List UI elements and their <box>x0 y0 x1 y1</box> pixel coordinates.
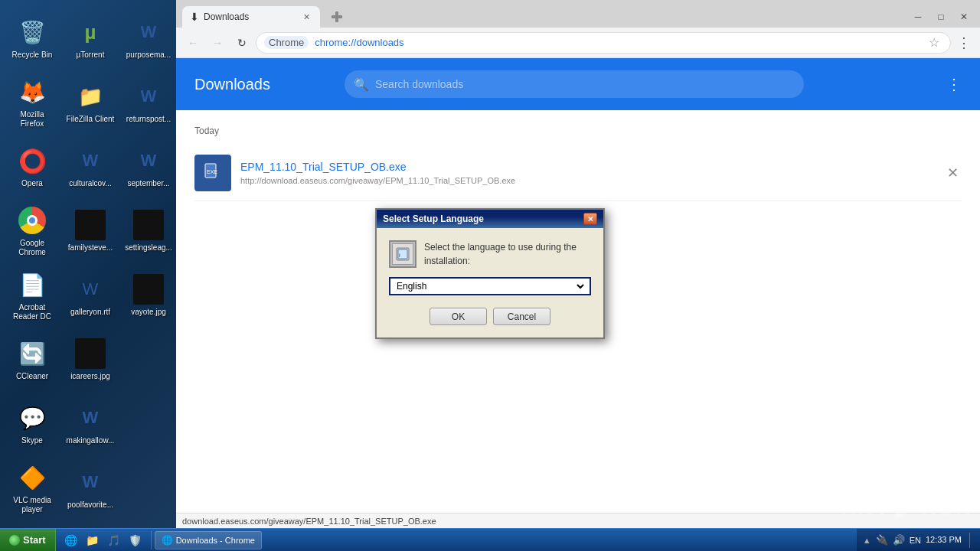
icareers-label: icareers.jpg <box>70 372 110 381</box>
url-bar[interactable]: Chrome chrome://downloads ☆ <box>256 32 951 54</box>
taskbar-chrome-item[interactable]: 🌐 Downloads - Chrome <box>155 531 262 549</box>
dialog-prompt: Select the language to use during the in… <box>424 240 591 268</box>
network-icon[interactable]: 🔌 <box>876 534 888 546</box>
desktop-icon-galleryon[interactable]: W galleryon.rtf <box>63 265 118 326</box>
skype-icon: 💬 <box>17 403 47 433</box>
taskbar-ie-icon[interactable]: 🌐 <box>62 531 80 549</box>
dialog-cancel-button[interactable]: Cancel <box>493 308 550 325</box>
icareers-icon <box>75 338 106 369</box>
download-info: EPM_11.10_Trial_SETUP_OB.exe http://down… <box>240 161 935 185</box>
desktop-icon-settingsleag[interactable]: settingsleag... <box>121 201 176 262</box>
desktop-icon-recycle-bin[interactable]: 🗑️ Recycle Bin <box>5 8 60 69</box>
ccleaner-label: CCleaner <box>16 372 48 381</box>
search-input[interactable] <box>375 78 795 90</box>
start-orb-icon <box>9 535 20 546</box>
desktop-icon-skype[interactable]: 💬 Skype <box>5 393 60 455</box>
forward-button[interactable]: → <box>207 32 228 54</box>
returnspost-label: returnspost... <box>126 115 171 124</box>
familysteve-label: familysteve... <box>68 243 113 253</box>
desktop-icon-returnspost[interactable]: W returnspost... <box>121 72 176 133</box>
system-tray: ▲ 🔌 🔊 EN 12:33 PM <box>857 529 980 551</box>
browser-menu-button[interactable]: ⋮ <box>954 31 974 54</box>
opera-icon: ⭕ <box>17 145 47 176</box>
desktop-icon-making-allow[interactable]: W makingallow... <box>63 393 118 455</box>
taskbar-media-icon[interactable]: 🎵 <box>105 531 123 549</box>
download-remove-button[interactable]: ✕ <box>944 161 962 184</box>
dialog-ok-button[interactable]: OK <box>430 308 487 325</box>
search-box[interactable]: 🔍 <box>345 70 804 98</box>
poolfavorite-label: poolfavorite... <box>67 500 113 510</box>
desktop-icon-opera[interactable]: ⭕ Opera <box>5 136 60 197</box>
maximize-button[interactable]: □ <box>931 9 951 24</box>
desktop-icon-utorrent[interactable]: µ µTorrent <box>63 8 118 69</box>
volume-icon[interactable]: 🔊 <box>893 534 905 546</box>
url-text: chrome://downloads <box>315 37 920 48</box>
show-desktop-button[interactable] <box>969 533 974 548</box>
desktop-icon-september[interactable]: W september... <box>121 136 176 197</box>
taskbar-items: 🌐 📁 🎵 🛡️ 🌐 Downloads - Chrome <box>56 529 857 551</box>
search-icon: 🔍 <box>354 77 369 92</box>
reload-button[interactable]: ↻ <box>231 32 253 54</box>
purposema-label: purposema... <box>126 51 171 60</box>
dialog-body: i Select the language to use during the … <box>377 228 603 337</box>
desktop-icon-acrobat[interactable]: 📄 Acrobat Reader DC <box>5 265 60 326</box>
chrome-icon <box>17 205 47 236</box>
poolfavorite-icon: W <box>75 467 106 497</box>
setup-icon-inner: i <box>392 243 413 265</box>
downloads-page-title: Downloads <box>194 76 332 93</box>
desktop-icon-vayote[interactable]: vayote.jpg <box>121 265 176 326</box>
taskbar-folder-icon[interactable]: 📁 <box>83 531 102 549</box>
download-url: http://download.easeus.com/giveaway/EPM_… <box>240 176 935 185</box>
taskbar-security-icon[interactable]: 🛡️ <box>126 531 145 549</box>
chrome-label: Google Chrome <box>8 239 57 257</box>
desktop-icon-ccleaner[interactable]: 🔄 CCleaner <box>5 329 60 390</box>
desktop: 🗑️ Recycle Bin 🦊 Mozilla Firefox ⭕ Opera… <box>0 0 176 528</box>
desktop-icon-poolfavorite[interactable]: W poolfavorite... <box>63 458 118 519</box>
september-label: september... <box>127 179 169 188</box>
settingsleag-label: settingsleag... <box>125 243 172 253</box>
close-button[interactable]: ✕ <box>954 9 974 24</box>
desktop-icon-familysteve[interactable]: familysteve... <box>63 201 118 262</box>
making-allow-icon: W <box>75 403 106 433</box>
download-file-icon: EXE <box>194 155 231 191</box>
vlc-label: VLC media player <box>8 496 57 514</box>
dialog-close-button[interactable]: ✕ <box>583 213 597 225</box>
download-item: EXE EPM_11.10_Trial_SETUP_OB.exe http://… <box>194 145 962 201</box>
vayote-icon <box>133 274 164 305</box>
minimize-button[interactable]: ─ <box>908 9 928 24</box>
bookmark-star-button[interactable]: ☆ <box>926 35 942 50</box>
back-button[interactable]: ← <box>182 32 204 54</box>
tab-close-button[interactable]: ✕ <box>300 11 312 23</box>
desktop-icon-firefox[interactable]: 🦊 Mozilla Firefox <box>5 72 60 133</box>
downloads-tab[interactable]: ⬇ Downloads ✕ <box>182 6 320 28</box>
language-select[interactable]: English French German Spanish Italian Po… <box>394 279 586 294</box>
making-allow-label: makingallow... <box>67 436 115 445</box>
language-dropdown[interactable]: English French German Spanish Italian Po… <box>389 277 591 295</box>
downloads-more-button[interactable]: ⋮ <box>946 75 962 93</box>
desktop-icon-purposema[interactable]: W purposema... <box>121 8 176 69</box>
select-language-dialog[interactable]: Select Setup Language ✕ i Select the lan… <box>375 208 605 339</box>
section-date: Today <box>194 126 962 136</box>
dialog-buttons: OK Cancel <box>389 308 591 325</box>
firefox-label: Mozilla Firefox <box>8 110 57 129</box>
desktop-icon-chrome[interactable]: Google Chrome <box>5 201 60 262</box>
url-scheme: Chrome <box>264 36 309 49</box>
desktop-icon-culturalcov[interactable]: W culturalcov... <box>63 136 118 197</box>
status-text: download.easeus.com/giveaway/EPM_11.10_T… <box>182 517 436 526</box>
start-button[interactable]: Start <box>0 529 56 551</box>
culturalcov-icon: W <box>75 145 106 176</box>
opera-label: Opera <box>21 179 43 188</box>
status-bar: download.easeus.com/giveaway/EPM_11.10_T… <box>176 513 980 528</box>
acrobat-icon: 📄 <box>17 269 47 300</box>
downloads-header: Downloads 🔍 ⋮ <box>176 58 980 110</box>
new-tab-button[interactable] <box>322 6 352 28</box>
desktop-icon-filezilla[interactable]: 📁 FileZilla Client <box>63 72 118 133</box>
desktop-icon-vlc[interactable]: 🔶 VLC media player <box>5 458 60 519</box>
taskbar: Start 🌐 📁 🎵 🛡️ 🌐 Downloads - Chrome ▲ 🔌 … <box>0 528 980 551</box>
download-filename: EPM_11.10_Trial_SETUP_OB.exe <box>240 161 935 173</box>
svg-text:EXE: EXE <box>207 169 217 174</box>
desktop-icon-icareers[interactable]: icareers.jpg <box>63 329 118 390</box>
skype-label: Skype <box>21 436 43 445</box>
svg-text:i: i <box>399 252 400 259</box>
returnspost-icon: W <box>133 81 164 112</box>
